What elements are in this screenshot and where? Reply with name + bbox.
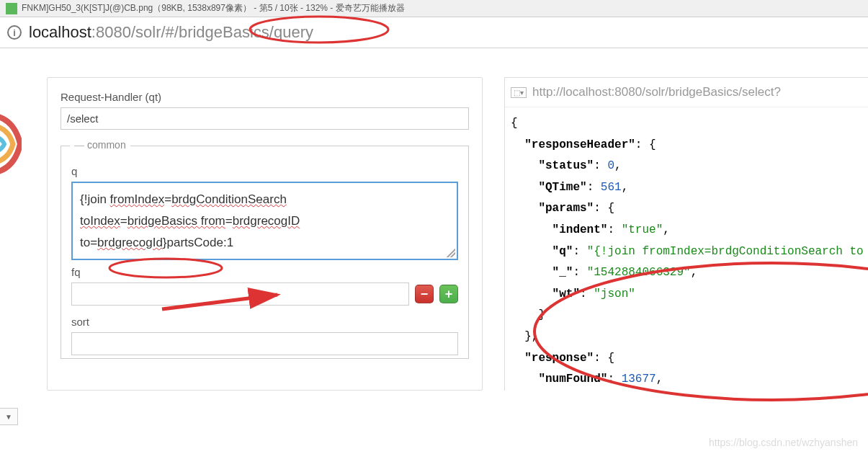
fq-label: fq — [71, 266, 458, 278]
resize-handle-icon[interactable] — [447, 249, 455, 257]
common-fieldset: common q {!join fromIndex=brdgConditionS… — [61, 146, 469, 359]
query-form-panel: Request-Handler (qt) common q {!join fro… — [47, 77, 483, 391]
q-label: q — [71, 165, 458, 177]
address-bar[interactable]: i localhost:8080/solr/#/bridgeBasics/que… — [0, 17, 868, 48]
core-selector-dropdown[interactable]: ▼ — [0, 408, 18, 425]
sort-label: sort — [71, 316, 458, 328]
remove-fq-button[interactable]: − — [415, 285, 434, 303]
common-legend: common — [70, 139, 130, 151]
info-icon[interactable]: i — [7, 25, 22, 40]
fq-row: − + — [71, 282, 458, 306]
chevron-down-icon: ▼ — [5, 413, 12, 421]
link-icon: ⬚▾ — [511, 87, 527, 98]
solr-logo-icon — [0, 108, 22, 180]
add-fq-button[interactable]: + — [439, 285, 458, 303]
qt-label: Request-Handler (qt) — [61, 91, 469, 103]
url-host: localhost — [29, 23, 91, 41]
json-output: { "responseHeader": { "status": 0, "QTim… — [505, 107, 868, 391]
watermark: https://blog.csdn.net/wzhyanshen — [709, 437, 858, 448]
qt-input[interactable] — [61, 107, 469, 130]
window-title: FNKM]GH50_3(K[ST]J(@)CB.png（98KB, 1538x8… — [22, 2, 405, 14]
sort-input[interactable] — [71, 332, 458, 355]
url-path: :8080/solr/#/bridgeBasics/query — [91, 23, 313, 41]
response-url-bar[interactable]: ⬚▾ http://localhost:8080/solr/bridgeBasi… — [505, 82, 868, 107]
q-textarea[interactable]: {!join fromIndex=brdgConditionSearchtoIn… — [71, 182, 458, 260]
response-url: http://localhost:8080/solr/bridgeBasics/… — [532, 85, 781, 99]
url-text: localhost:8080/solr/#/bridgeBasics/query — [29, 23, 313, 42]
response-panel: ⬚▾ http://localhost:8080/solr/bridgeBasi… — [504, 77, 868, 391]
fq-input[interactable] — [71, 282, 409, 306]
app-icon — [6, 3, 17, 14]
window-titlebar: FNKM]GH50_3(K[ST]J(@)CB.png（98KB, 1538x8… — [0, 0, 868, 17]
